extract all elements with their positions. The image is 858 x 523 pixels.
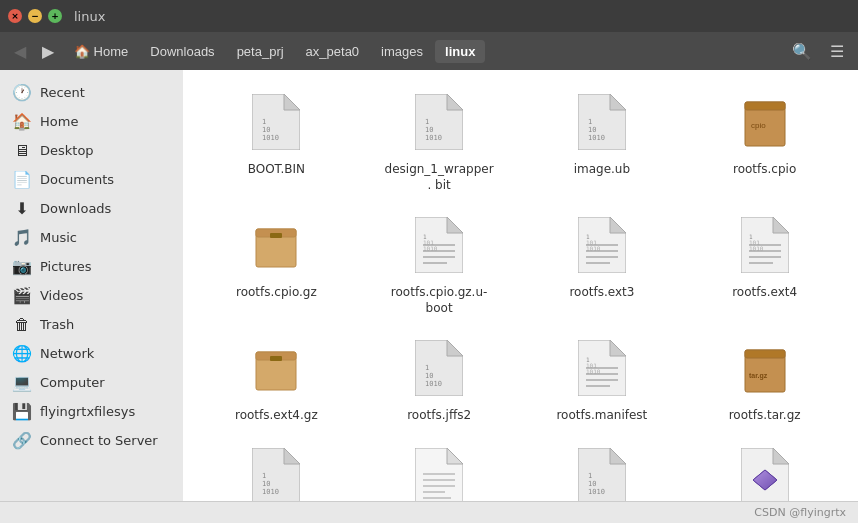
file-item[interactable]: 1 101 1010 rootfs.ext3 bbox=[525, 209, 680, 324]
file-item[interactable]: 1 101 1010 rootfs.ext4 bbox=[687, 209, 842, 324]
file-label: design_1_wrapper. bit bbox=[384, 162, 494, 193]
file-area: 1 10 1010 BOOT.BIN 1 10 1010 design_1_wr… bbox=[183, 70, 858, 501]
sidebar-label-computer: Computer bbox=[40, 375, 105, 390]
svg-rect-16 bbox=[745, 102, 785, 110]
titlebar: × − + linux bbox=[0, 0, 858, 32]
svg-marker-1 bbox=[284, 94, 300, 110]
network-icon: 🌐 bbox=[12, 344, 32, 363]
svg-rect-50 bbox=[270, 356, 282, 361]
file-item[interactable]: 1 10 1010 system.dtb bbox=[199, 440, 354, 501]
file-icon-elf bbox=[737, 448, 793, 501]
computer-icon: 💻 bbox=[12, 373, 32, 392]
file-label: rootfs.ext4 bbox=[732, 285, 797, 301]
svg-text:10: 10 bbox=[262, 480, 270, 488]
sidebar-label-flyingrtxfilesys: flyingrtxfilesys bbox=[40, 404, 135, 419]
svg-text:1010: 1010 bbox=[586, 245, 601, 252]
svg-text:1: 1 bbox=[425, 364, 429, 372]
file-item[interactable]: tar.gz rootfs.tar.gz bbox=[687, 332, 842, 432]
sidebar-item-pictures[interactable]: 📷Pictures bbox=[0, 252, 183, 281]
svg-marker-81 bbox=[610, 448, 626, 464]
back-button[interactable]: ◀ bbox=[8, 38, 32, 65]
svg-marker-22 bbox=[447, 217, 463, 233]
forward-button[interactable]: ▶ bbox=[36, 38, 60, 65]
svg-text:cpio: cpio bbox=[751, 121, 766, 130]
sidebar-item-home[interactable]: 🏠Home bbox=[0, 107, 183, 136]
file-item[interactable]: 1 10 1010 design_1_wrapper. bit bbox=[362, 86, 517, 201]
file-label: rootfs.jffs2 bbox=[407, 408, 471, 424]
desktop-icon: 🖥 bbox=[12, 141, 32, 160]
file-label: image.ub bbox=[574, 162, 630, 178]
file-grid: 1 10 1010 BOOT.BIN 1 10 1010 design_1_wr… bbox=[199, 86, 842, 501]
file-icon-binary: 1 10 1010 bbox=[411, 340, 467, 404]
file-item[interactable]: rootfs.cpio.gz bbox=[199, 209, 354, 324]
file-item[interactable]: 1 101 1010 rootfs.manifest bbox=[525, 332, 680, 432]
file-item[interactable]: 1 10 1010 rootfs.jffs2 bbox=[362, 332, 517, 432]
sidebar-item-desktop[interactable]: 🖥Desktop bbox=[0, 136, 183, 165]
svg-text:1: 1 bbox=[425, 118, 429, 126]
toolbar-right: 🔍 ☰ bbox=[786, 38, 850, 65]
search-button[interactable]: 🔍 bbox=[786, 38, 818, 65]
sidebar-item-network[interactable]: 🌐Network bbox=[0, 339, 183, 368]
file-item[interactable]: cpio rootfs.cpio bbox=[687, 86, 842, 201]
file-item[interactable]: rootfs.ext4.gz bbox=[199, 332, 354, 432]
sidebar-label-pictures: Pictures bbox=[40, 259, 91, 274]
file-item[interactable]: 1 10 1010 image.ub bbox=[525, 86, 680, 201]
file-icon-binary: 1 10 1010 bbox=[574, 448, 630, 501]
sidebar-item-music[interactable]: 🎵Music bbox=[0, 223, 183, 252]
sidebar-label-downloads: Downloads bbox=[40, 201, 111, 216]
breadcrumb-item-3[interactable]: ax_peta0 bbox=[296, 40, 370, 63]
sidebar: 🕐Recent🏠Home🖥Desktop📄Documents⬇Downloads… bbox=[0, 70, 183, 501]
sidebar-item-flyingrtxfilesys[interactable]: 💾flyingrtxfilesys bbox=[0, 397, 183, 426]
breadcrumb-item-1[interactable]: Downloads bbox=[140, 40, 224, 63]
close-button[interactable]: × bbox=[8, 9, 22, 23]
file-label: rootfs.cpio.gz.u-boot bbox=[384, 285, 494, 316]
sidebar-item-trash[interactable]: 🗑Trash bbox=[0, 310, 183, 339]
sidebar-label-videos: Videos bbox=[40, 288, 83, 303]
file-item[interactable]: u-boot.elf bbox=[687, 440, 842, 501]
file-item[interactable]: 1 101 1010 rootfs.cpio.gz.u-boot bbox=[362, 209, 517, 324]
svg-text:tar.gz: tar.gz bbox=[749, 372, 768, 380]
svg-text:1010: 1010 bbox=[425, 380, 442, 388]
toolbar: ◀ ▶ 🏠 HomeDownloadspeta_prjax_peta0image… bbox=[0, 32, 858, 70]
maximize-button[interactable]: + bbox=[48, 9, 62, 23]
sidebar-item-computer[interactable]: 💻Computer bbox=[0, 368, 183, 397]
downloads-icon: ⬇ bbox=[12, 199, 32, 218]
svg-marker-86 bbox=[773, 448, 789, 464]
sidebar-label-connect-to-server: Connect to Server bbox=[40, 433, 158, 448]
sidebar-item-videos[interactable]: 🎬Videos bbox=[0, 281, 183, 310]
breadcrumb-item-5[interactable]: linux bbox=[435, 40, 485, 63]
file-icon-text: 1 101 1010 bbox=[574, 217, 630, 281]
svg-text:1: 1 bbox=[588, 472, 592, 480]
breadcrumb-item-4[interactable]: images bbox=[371, 40, 433, 63]
sidebar-item-documents[interactable]: 📄Documents bbox=[0, 165, 183, 194]
minimize-button[interactable]: − bbox=[28, 9, 42, 23]
sidebar-item-connect-to-server[interactable]: 🔗Connect to Server bbox=[0, 426, 183, 455]
view-button[interactable]: ☰ bbox=[824, 38, 850, 65]
file-icon-text: 1 101 1010 bbox=[411, 217, 467, 281]
sidebar-item-downloads[interactable]: ⬇Downloads bbox=[0, 194, 183, 223]
svg-text:10: 10 bbox=[588, 126, 596, 134]
file-icon-cpio: cpio bbox=[737, 94, 793, 158]
file-label: rootfs.cpio.gz bbox=[236, 285, 317, 301]
svg-text:1010: 1010 bbox=[588, 488, 605, 496]
status-text: CSDN @flyingrtx bbox=[754, 506, 846, 519]
svg-text:1010: 1010 bbox=[749, 245, 764, 252]
file-label: rootfs.cpio bbox=[733, 162, 796, 178]
breadcrumb-item-0[interactable]: 🏠 Home bbox=[64, 40, 138, 63]
sidebar-item-recent[interactable]: 🕐Recent bbox=[0, 78, 183, 107]
sidebar-label-home: Home bbox=[40, 114, 78, 129]
file-icon-binary: 1 10 1010 bbox=[248, 94, 304, 158]
breadcrumb-item-2[interactable]: peta_prj bbox=[227, 40, 294, 63]
videos-icon: 🎬 bbox=[12, 286, 32, 305]
svg-text:1010: 1010 bbox=[588, 134, 605, 142]
window-controls: × − + bbox=[8, 9, 62, 23]
svg-text:10: 10 bbox=[425, 126, 433, 134]
file-item[interactable]: 1 10 1010 BOOT.BIN bbox=[199, 86, 354, 201]
file-item[interactable]: 1 10 1010 u-boot.bin bbox=[525, 440, 680, 501]
file-icon-binary: 1 10 1010 bbox=[411, 94, 467, 158]
file-icon-textdoc bbox=[411, 448, 467, 501]
statusbar: CSDN @flyingrtx bbox=[0, 501, 858, 523]
file-item[interactable]: System.map.linux bbox=[362, 440, 517, 501]
file-icon-binary: 1 10 1010 bbox=[574, 94, 630, 158]
svg-marker-57 bbox=[610, 340, 626, 356]
